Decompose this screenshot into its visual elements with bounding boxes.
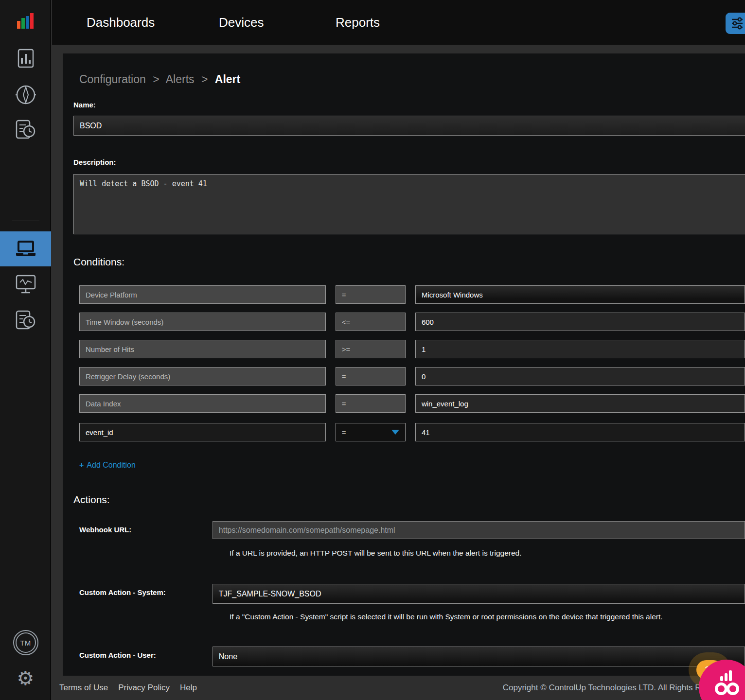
sidebar-item-explore[interactable] <box>0 84 51 106</box>
alert-form-panel: Configuration > Alerts > Alert Name: Des… <box>63 53 745 676</box>
condition-value-input[interactable]: win_event_log <box>415 394 745 413</box>
document-clock-icon <box>14 119 37 141</box>
webhook-row: Webhook URL: <box>63 521 745 539</box>
sidebar-item-monitoring[interactable] <box>0 273 51 296</box>
avatar-ring: TM <box>13 630 38 655</box>
custom-action-system-help: If a "Custom Action - System" script is … <box>230 612 745 622</box>
breadcrumb-separator: > <box>153 73 159 86</box>
sidebar-item-report-history[interactable] <box>0 309 51 332</box>
condition-row: Number of Hits >= 1 <box>79 340 745 358</box>
custom-action-system-label: Custom Action - System: <box>63 584 213 596</box>
condition-value-input[interactable]: 1 <box>415 340 745 358</box>
condition-row: Retrigger Delay (seconds) = 0 <box>79 367 745 385</box>
webhook-url-label: Webhook URL: <box>63 521 213 534</box>
condition-operator: = <box>336 285 406 304</box>
condition-row: Time Window (seconds) <= 600 <box>79 313 745 331</box>
footer-link-terms[interactable]: Terms of Use <box>59 683 108 693</box>
monitor-pulse-icon <box>15 274 37 295</box>
custom-action-system-row: Custom Action - System: TJF_SAMPLE-SNOW_… <box>63 584 745 604</box>
sidebar-divider <box>12 221 39 221</box>
condition-operator-dropdown[interactable]: = <box>336 423 406 441</box>
user-avatar[interactable]: TM <box>0 629 51 656</box>
name-label: Name: <box>73 101 745 109</box>
footer-links: Terms of Use Privacy Policy Help <box>59 683 197 693</box>
sidebar-item-devices-active[interactable] <box>0 231 51 266</box>
nav-tab-devices[interactable]: Devices <box>219 0 264 45</box>
custom-action-user-row: Custom Action - User: None <box>63 647 745 666</box>
footer-copyright: Copyright © ControlUp Technologies LTD. … <box>503 683 730 693</box>
conditions-heading: Conditions: <box>73 256 745 268</box>
nav-tab-dashboards[interactable]: Dashboards <box>87 0 155 45</box>
add-condition-label: Add Condition <box>87 461 136 469</box>
condition-field-input[interactable]: event_id <box>79 423 326 441</box>
condition-field: Retrigger Delay (seconds) <box>79 367 326 385</box>
compass-icon <box>15 84 37 106</box>
breadcrumb-configuration[interactable]: Configuration <box>79 73 146 86</box>
description-label: Description: <box>73 158 745 166</box>
condition-value-input[interactable]: 600 <box>415 313 745 331</box>
condition-field: Number of Hits <box>79 340 326 358</box>
condition-row: Data Index = win_event_log <box>79 394 745 413</box>
breadcrumb: Configuration > Alerts > Alert <box>79 73 745 86</box>
sidebar-item-dashboards[interactable] <box>0 48 51 69</box>
condition-value-input[interactable]: 0 <box>415 367 745 385</box>
condition-operator: <= <box>336 313 406 331</box>
launcher-logo-icon <box>706 664 745 700</box>
condition-row: Device Platform = Microsoft Windows <box>79 285 745 304</box>
laptop-icon <box>15 240 37 258</box>
operator-value: = <box>342 428 346 437</box>
top-nav: Dashboards Devices Reports <box>52 0 745 45</box>
webhook-help-text: If a URL is provided, an HTTP POST will … <box>230 548 745 559</box>
webhook-url-input[interactable] <box>213 521 745 539</box>
condition-operator: >= <box>336 340 406 358</box>
plus-icon: + <box>79 461 84 469</box>
footer-link-privacy[interactable]: Privacy Policy <box>118 683 170 693</box>
description-textarea[interactable]: Will detect a BSOD - event 41 <box>73 174 745 234</box>
breadcrumb-alerts[interactable]: Alerts <box>166 73 195 86</box>
sidebar-item-scheduled-reports[interactable] <box>0 119 51 142</box>
settings-button[interactable]: ⚙ <box>0 667 51 689</box>
chevron-down-icon <box>391 430 399 435</box>
actions-heading: Actions: <box>73 494 745 506</box>
condition-field: Data Index <box>79 394 326 413</box>
nav-tab-reports[interactable]: Reports <box>336 0 380 45</box>
logo-bars-icon <box>16 13 35 30</box>
condition-value-input[interactable]: 41 <box>415 423 745 441</box>
add-condition-button[interactable]: +Add Condition <box>79 461 136 470</box>
breadcrumb-current: Alert <box>215 73 240 86</box>
condition-operator: = <box>336 394 406 413</box>
condition-value-select[interactable]: Microsoft Windows <box>415 285 745 304</box>
custom-action-system-select[interactable]: TJF_SAMPLE-SNOW_BSOD <box>213 584 745 604</box>
filter-settings-button[interactable] <box>726 13 745 34</box>
avatar-initials: TM <box>16 632 36 653</box>
custom-action-user-label: Custom Action - User: <box>63 647 213 659</box>
launcher-button[interactable] <box>699 660 745 700</box>
gear-icon: ⚙ <box>17 668 35 688</box>
bar-chart-icon <box>17 48 35 69</box>
footer: Terms of Use Privacy Policy Help Copyrig… <box>52 676 745 700</box>
sliders-icon <box>730 17 744 30</box>
conditions-list: Device Platform = Microsoft Windows Time… <box>63 285 745 441</box>
sidebar: TM ⚙ <box>0 0 51 700</box>
app-logo[interactable] <box>0 11 51 32</box>
custom-action-user-select[interactable]: None <box>213 647 745 666</box>
breadcrumb-separator: > <box>201 73 208 86</box>
document-clock-icon <box>14 310 37 332</box>
condition-field: Time Window (seconds) <box>79 313 326 331</box>
condition-row: event_id = 41 <box>79 423 745 441</box>
name-input[interactable] <box>73 116 745 136</box>
condition-operator: = <box>336 367 406 385</box>
condition-field: Device Platform <box>79 285 326 304</box>
footer-link-help[interactable]: Help <box>180 683 197 693</box>
